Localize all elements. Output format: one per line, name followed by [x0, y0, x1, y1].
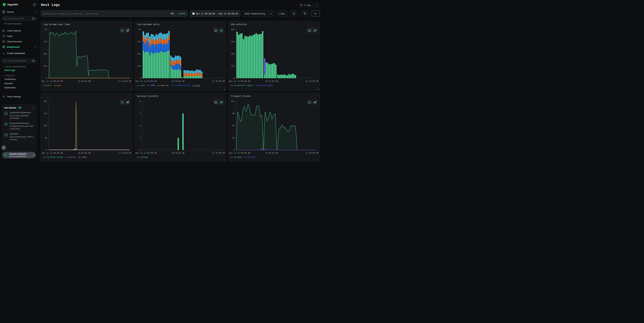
get-started-step[interactable]: Create Data Sources Configure where your… — [4, 122, 34, 130]
svg-text:0: 0 — [233, 77, 234, 79]
chart-plot[interactable]: 0306090120Nov 11 12:00:00 AM10:30:00 AM1… — [228, 99, 320, 156]
legend-label: info — [46, 84, 51, 87]
chart-legend: systemd — [137, 156, 148, 158]
lucene-toggle[interactable]: Lucene — [178, 12, 185, 15]
chart-area: 0150300450600Nov 11 12:00:00 AM10:30:00 … — [228, 28, 320, 84]
date-range-picker[interactable]: Nov 11 00:00:00 - Nov 12 00:00:00 — [190, 10, 240, 17]
svg-text:0: 0 — [46, 149, 47, 151]
legend-label: Failed Logins — [259, 84, 273, 87]
chart-view-toolbar — [213, 99, 224, 105]
refresh-icon — [292, 12, 296, 15]
saved-searches-search[interactable]: ⌘K — [2, 17, 36, 21]
bar-view-icon[interactable] — [219, 100, 223, 104]
user-menu[interactable]: D dominic.tran@clic... dominic.tran@clic… — [2, 152, 36, 158]
saved-dashboards-input[interactable] — [7, 60, 30, 62]
sidebar-item-chart-explorer[interactable]: Chart Explorer — [0, 28, 38, 33]
legend-more-link[interactable]: +4 more — [192, 84, 200, 87]
chart-plot[interactable]: 0150300450600Nov 11 12:00:00 AM10:30:00 … — [228, 28, 320, 84]
chart-view-toolbar — [213, 28, 224, 33]
svg-text:Nov 11 12:00:00 AM: Nov 11 12:00:00 AM — [136, 152, 156, 154]
svg-text:50: 50 — [45, 137, 47, 139]
svg-text:500: 500 — [44, 53, 47, 55]
get-started-step[interactable]: Connect to ClickHouse Set up your databa… — [4, 111, 34, 120]
legend-label: Blocked — [248, 156, 255, 158]
line-view-icon[interactable] — [121, 100, 124, 104]
create-dashboard-button[interactable]: + Create Dashboard — [0, 51, 38, 56]
svg-text:10:30:00 AM: 10:30:00 AM — [78, 152, 91, 154]
legend-item: sshd — [137, 84, 145, 87]
chart-card-untitled: 050100150200Nov 11 12:00:00 AM10:30:00 A… — [40, 93, 132, 162]
saved-dashboards-search[interactable]: ⌘K — [2, 59, 36, 63]
saved-searches-input[interactable] — [7, 18, 30, 20]
sidebar-item-client-sessions[interactable]: Client Sessions — [0, 39, 38, 44]
event-search-bar[interactable]: SQL | Lucene — [41, 10, 188, 17]
bar-view-icon[interactable] — [313, 100, 316, 104]
sidebar-item-search[interactable]: Search — [0, 9, 38, 15]
more-menu-button[interactable] — [314, 3, 320, 8]
chart-plot[interactable]: 050100150200Nov 11 12:00:00 AM10:30:00 A… — [41, 99, 132, 156]
svg-text:11:30:00 PM: 11:30:00 PM — [306, 152, 318, 154]
event-search-input[interactable] — [43, 12, 170, 15]
resize-handle[interactable] — [130, 89, 132, 90]
line-view-icon[interactable] — [214, 100, 218, 104]
chart-plot[interactable]: 02468Nov 11 12:00:00 AM10:30:00 AM11:30:… — [134, 99, 226, 156]
filter-button[interactable] — [300, 10, 309, 17]
saved-dashboards-group[interactable]: SAVED DASHBOARDS — [0, 64, 38, 68]
resize-handle[interactable] — [318, 160, 319, 162]
svg-text:4: 4 — [140, 125, 141, 127]
sidebar-item-kubernetes[interactable]: Kubernetes — [0, 86, 38, 90]
line-view-icon[interactable] — [121, 29, 124, 32]
sidebar-item-clickhouse[interactable]: ClickHouse — [0, 77, 38, 81]
chart-title: Firewall blocks — [231, 95, 251, 97]
chart-plot[interactable]: 02505007501KNov 11 12:00:00 AM10:30:00 A… — [134, 28, 226, 84]
chevron-down-icon — [270, 13, 272, 14]
resize-handle[interactable] — [224, 160, 225, 162]
chart-legend: sshdCRONanacronsystemd-logind+4 more — [137, 84, 200, 87]
step-title: Add Data — [10, 133, 34, 135]
line-view-icon[interactable] — [214, 29, 218, 32]
tags-button[interactable]: 0 Tags — [298, 3, 313, 8]
svg-text:300: 300 — [231, 53, 234, 55]
get-started-step[interactable]: Add Data Start sending logs, metrics, or… — [4, 133, 34, 141]
legend-item: Allowed — [231, 156, 242, 158]
refresh-button[interactable] — [290, 10, 298, 17]
calendar-icon — [192, 12, 195, 15]
bar-view-icon[interactable] — [219, 29, 223, 32]
svg-text:10:30:00 AM: 10:30:00 AM — [265, 152, 278, 154]
resize-handle[interactable] — [318, 89, 319, 90]
bell-icon — [2, 35, 5, 38]
granularity-select[interactable]: Auto Granularity — [242, 10, 274, 17]
live-button[interactable]: Live — [276, 10, 288, 17]
dashboard-grid: Log volume over time 02505007501KNov 11 … — [38, 21, 322, 162]
chart-view-toolbar — [119, 28, 130, 33]
run-query-button[interactable] — [311, 10, 320, 17]
chevron-up-icon[interactable] — [32, 107, 34, 108]
sidebar: HyperDX Search ⌘K No saved searches Char… — [0, 0, 38, 162]
sidebar-item-dashboards[interactable]: Dashboards — [0, 44, 38, 50]
chart-card-ssh-activity: SSH activity 0150300450600Nov 11 12:00:0… — [228, 21, 320, 91]
chart-card-log-volume: Log volume over time 02505007501KNov 11 … — [40, 21, 132, 91]
sidebar-item-team-settings[interactable]: Team Settings — [0, 94, 38, 99]
sidebar-collapse-icon[interactable] — [33, 4, 36, 6]
line-view-icon[interactable] — [308, 29, 312, 32]
sql-toggle[interactable]: SQL — [170, 12, 174, 15]
sidebar-item-services[interactable]: Services — [0, 81, 38, 86]
resize-handle[interactable] — [224, 89, 225, 90]
line-view-icon[interactable] — [308, 100, 312, 104]
presets-group[interactable]: PRESETS — [0, 73, 38, 77]
chart-plot[interactable]: 02505007501KNov 11 12:00:00 AM10:30:00 A… — [41, 28, 132, 84]
bar-view-icon[interactable] — [126, 29, 129, 32]
bar-view-icon[interactable] — [126, 100, 129, 104]
sidebar-item-host-logs[interactable]: Host Logs — [0, 68, 38, 72]
legend-item: sshd — [78, 156, 86, 158]
step-title: Create Data Sources — [10, 122, 34, 125]
get-started-card: Get Started 3/3 Connect to ClickHouse Se… — [2, 104, 36, 151]
bar-view-icon[interactable] — [313, 29, 316, 32]
check-circle-icon — [4, 133, 8, 141]
chart-card-service-restarts: Service restarts 02468Nov 11 12:00:00 AM… — [134, 93, 226, 162]
sidebar-item-alerts[interactable]: Alerts — [0, 33, 38, 39]
chart-legend: Successful LoginsFailed Logins — [231, 84, 273, 87]
resize-handle[interactable] — [130, 160, 132, 162]
legend-swatch — [43, 157, 46, 157]
help-button[interactable]: ? — [1, 145, 6, 150]
